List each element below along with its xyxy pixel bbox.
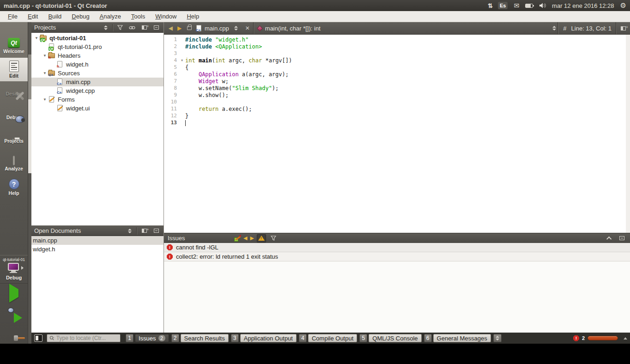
keyboard-layout-indicator[interactable]: Es [498,2,508,9]
close-document-icon[interactable]: ✕ [242,25,254,31]
output-pane-compile-output[interactable]: 4Compile Output [299,334,357,342]
code-line-11[interactable]: 11 return a.exec(); [164,105,626,112]
maximize-panel-icon[interactable] [617,234,626,243]
filter-funnel-icon[interactable] [269,234,278,243]
output-pane-search-results[interactable]: 2Search Results [171,334,229,342]
split-panel-icon[interactable] [139,227,149,235]
close-panel-icon[interactable] [151,227,161,235]
show-warnings-icon[interactable] [257,234,266,243]
split-editor-icon[interactable] [616,22,630,34]
open-documents-header: Open Documents [31,225,164,236]
expand-arrow-icon[interactable]: ▼ [42,97,48,102]
volume-icon[interactable] [539,3,546,8]
code-line-5[interactable]: 5{ [164,64,626,71]
mode-projects[interactable]: Projects [0,128,28,152]
menu-tools[interactable]: Tools [126,12,150,21]
network-arrows-icon[interactable]: ⇅ [488,2,492,9]
mode-analyze[interactable]: Analyze [0,152,28,176]
next-issue-icon[interactable]: ▶ [250,235,254,241]
code-line-2[interactable]: 2#include <QApplication> [164,43,626,50]
progress-detail-icon[interactable] [624,337,627,340]
symbol-combo-arrows[interactable] [551,26,558,30]
go-back-icon[interactable]: ◀ [169,25,173,31]
menu-build[interactable]: Build [43,12,67,21]
menu-file[interactable]: File [3,12,23,21]
menu-help[interactable]: Help [182,12,204,21]
sidebar-scrollbar[interactable] [28,22,31,344]
expand-arrow-icon[interactable]: ▼ [42,71,48,75]
code-line-4[interactable]: 4▼int main(int argc, char *argv[]) [164,57,626,64]
qt-creator-window: main.cpp - qt-tutorial-01 - Qt Creator ⇅… [0,0,630,364]
expand-arrow-icon[interactable]: ▼ [33,36,40,40]
output-pane-application-output[interactable]: 3Application Output [231,334,297,342]
symbol-selector[interactable]: main(int, char *[]): int [254,22,324,34]
code-line-13[interactable]: 13 [164,119,626,126]
split-panel-icon[interactable] [139,24,149,32]
code-line-9[interactable]: 9 w.show(); [164,91,626,98]
mail-icon[interactable]: ✉ [514,2,519,9]
tree-item-forms[interactable]: ▼Forms [31,95,164,104]
collapse-up-icon[interactable] [606,236,612,241]
code-line-10[interactable]: 10 [164,98,626,105]
hash-icon[interactable]: # [563,25,566,32]
code-line-1[interactable]: 1#include "widget.h" [164,36,626,43]
menu-window[interactable]: Window [150,12,182,21]
sync-with-editor-icon[interactable] [127,24,137,32]
mode-help[interactable]: ?Help [0,176,28,199]
document-label: main.cpp [33,237,57,244]
issue-row[interactable]: !collect2: error: ld returned 1 exit sta… [164,252,630,261]
mode-welcome[interactable]: QtWelcome [0,34,28,58]
tree-item-widget.h[interactable]: hwidget.h [31,60,164,69]
clock[interactable]: mar 12 ene 2016 12:28 [552,2,614,9]
code-text: int main(int argc, char *argv[]) [185,57,292,64]
fold-marker-icon[interactable]: ▼ [179,59,185,62]
mode-debug[interactable]: Debug [0,105,28,128]
issues-empty-area [164,261,630,333]
battery-icon[interactable] [525,4,533,8]
open-document-main.cpp[interactable]: main.cpp [31,236,164,245]
open-document-selector[interactable]: main.cpp [203,25,242,32]
kit-selector[interactable]: qt-tutorial-01Debug [0,255,28,284]
issue-row[interactable]: !cannot find -lGL [164,243,630,252]
panel-selector-combo[interactable] [102,25,109,30]
tree-item-qt-tutorial-01[interactable]: ▼Qtqt-tutorial-01 [31,34,164,42]
code-line-8[interactable]: 8 w.setName("Slim Shady"); [164,85,626,91]
start-debugging-button[interactable] [0,303,28,322]
go-forward-icon[interactable]: ▶ [177,25,182,31]
tree-item-main.cpp[interactable]: C+main.cpp [31,78,164,86]
collapse-panel-icon[interactable] [151,24,161,32]
mode-edit[interactable]: Edit [0,58,28,81]
run-button[interactable] [0,284,28,303]
code-line-6[interactable]: 6 QApplication a(argc, argv); [164,71,626,78]
output-pane-qml-js-console[interactable]: 5QML/JS Console [359,334,421,342]
ui-file-icon [56,105,64,112]
code-editor[interactable]: 1#include "widget.h"2#include <QApplicat… [164,35,630,233]
open-document-widget.h[interactable]: widget.h [31,245,164,254]
filter-funnel-icon[interactable] [115,24,125,32]
output-pane-general-messages[interactable]: 6General Messages [424,334,491,342]
previous-issue-icon[interactable]: ◀ [243,235,247,241]
tree-item-label: Sources [58,70,80,77]
menu-edit[interactable]: Edit [23,12,43,21]
panel-selector-combo[interactable] [126,229,133,233]
tree-item-qt-tutorial-01.pro[interactable]: Qtqt-tutorial-01.pro [31,42,164,51]
tree-item-headers[interactable]: ▼hHeaders [31,51,164,60]
code-line-3[interactable]: 3 [164,50,626,57]
toggle-sidebar-icon[interactable] [34,334,42,342]
menu-analyze[interactable]: Analyze [95,12,126,21]
tree-item-widget.ui[interactable]: widget.ui [31,104,164,113]
locator-input[interactable] [56,335,118,341]
output-pane-issues[interactable]: 1Issues2 [126,334,169,342]
session-gear-icon[interactable]: ⚙ [620,1,626,10]
clean-icon[interactable] [234,235,241,242]
expand-arrow-icon[interactable]: ▼ [42,54,48,58]
code-line-7[interactable]: 7 Widget w; [164,78,626,85]
menu-debug[interactable]: Debug [67,12,94,21]
build-button[interactable] [0,322,28,342]
code-text: QApplication a(argc, argv); [185,71,289,78]
tree-item-widget.cpp[interactable]: C+widget.cpp [31,86,164,95]
tree-item-sources[interactable]: ▼C+Sources [31,69,164,78]
locator-field[interactable] [47,334,121,342]
output-pane-combo[interactable] [493,334,502,342]
code-line-12[interactable]: 12} [164,112,626,119]
